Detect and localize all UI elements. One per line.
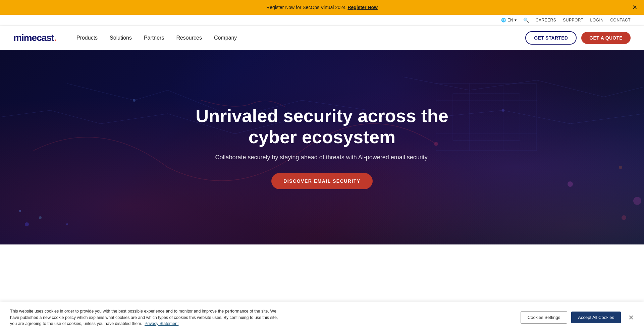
- language-selector[interactable]: 🌐 EN ▾: [501, 18, 517, 22]
- chevron-down-icon: ▾: [515, 18, 517, 22]
- svg-point-13: [619, 166, 622, 169]
- globe-icon: 🌐: [501, 18, 506, 22]
- top-banner: Register Now for SecOps Virtual 2024 Reg…: [0, 0, 644, 15]
- svg-point-10: [502, 109, 504, 112]
- nav-solutions[interactable]: Solutions: [110, 35, 132, 41]
- svg-point-16: [66, 223, 68, 225]
- hero-title: Unrivaled security across the cyber ecos…: [195, 105, 449, 147]
- get-started-button[interactable]: GET STARTED: [525, 31, 577, 45]
- nav-partners[interactable]: Partners: [144, 35, 164, 41]
- nav-company[interactable]: Company: [214, 35, 237, 41]
- logo-dot: .: [54, 33, 56, 43]
- banner-link[interactable]: Register Now: [347, 5, 377, 10]
- svg-point-14: [19, 210, 21, 212]
- search-button[interactable]: 🔍: [523, 17, 529, 23]
- banner-text: Register Now for SecOps Virtual 2024: [266, 5, 345, 10]
- logo-text: mimecast.: [13, 33, 56, 43]
- nav-links: Products Solutions Partners Resources Co…: [76, 35, 525, 41]
- nav-contact[interactable]: CONTACT: [610, 18, 631, 22]
- hero-content: Unrivaled security across the cyber ecos…: [188, 105, 456, 189]
- nav-resources[interactable]: Resources: [176, 35, 202, 41]
- secondary-nav: 🌐 EN ▾ 🔍 CAREERS SUPPORT LOGIN CONTACT: [0, 15, 644, 26]
- svg-point-11: [568, 181, 573, 187]
- svg-point-18: [622, 215, 626, 220]
- nav-login[interactable]: LOGIN: [590, 18, 604, 22]
- nav-careers[interactable]: CAREERS: [536, 18, 556, 22]
- svg-rect-1: [453, 94, 520, 141]
- logo-wordmark: mimecast: [13, 33, 54, 43]
- main-nav: mimecast. Products Solutions Partners Re…: [0, 26, 644, 50]
- hero-section: Unrivaled security across the cyber ecos…: [0, 50, 644, 244]
- svg-point-15: [39, 216, 42, 219]
- nav-products[interactable]: Products: [76, 35, 98, 41]
- discover-email-security-button[interactable]: DISCOVER EMAIL SECURITY: [271, 173, 373, 189]
- svg-point-17: [633, 197, 641, 205]
- logo[interactable]: mimecast.: [13, 33, 56, 43]
- svg-point-7: [133, 99, 136, 102]
- hero-subtitle: Collaborate securely by staying ahead of…: [195, 154, 449, 161]
- get-quote-button[interactable]: GET A QUOTE: [581, 32, 631, 44]
- nav-support[interactable]: SUPPORT: [563, 18, 583, 22]
- nav-actions: GET STARTED GET A QUOTE: [525, 31, 631, 45]
- banner-close-button[interactable]: ✕: [632, 4, 637, 11]
- svg-point-12: [25, 222, 29, 226]
- lang-label: EN: [507, 18, 513, 22]
